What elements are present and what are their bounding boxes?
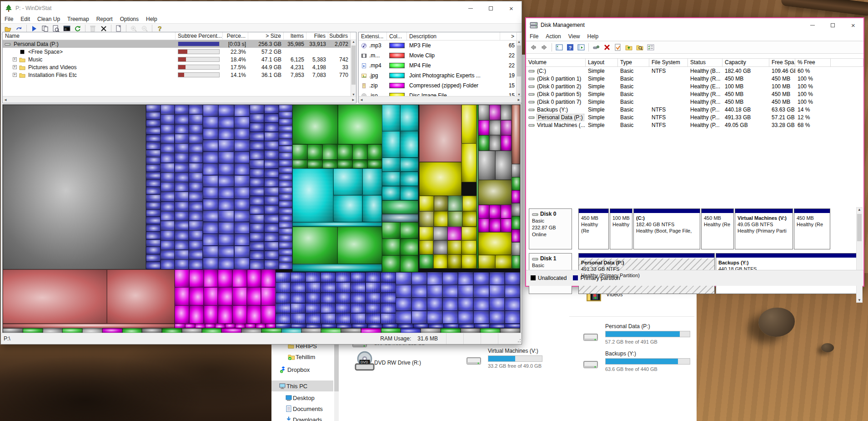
ext-col-item[interactable]: > — [500, 32, 517, 40]
partition[interactable]: 100 MBHealthy — [610, 208, 632, 249]
dm-col-status[interactable]: Status — [688, 59, 722, 66]
partition-c[interactable]: (C:)182.40 GB NTFSHealthy (Boot, Page Fi… — [633, 208, 700, 249]
directory-row[interactable]: Personal Data (P:)[0:03 s]256.3 GB35,985… — [3, 40, 356, 48]
dm-volume-row[interactable]: Backups (Y:)SimpleBasicNTFSHealthy (P...… — [526, 106, 863, 113]
dm-col-free[interactable]: % Free — [795, 59, 831, 66]
windirstat-titlebar[interactable]: P: - WinDirStat × — [1, 1, 522, 15]
minimize-button[interactable] — [460, 1, 481, 15]
dm-col-layout[interactable]: Layout — [586, 59, 618, 66]
windirstat-menu-report[interactable]: Report — [93, 15, 116, 23]
dir-col-subdirs[interactable]: Subdirs — [328, 32, 351, 40]
dm-minimize-button[interactable] — [802, 18, 823, 32]
sidebar-item-tehillim[interactable]: Tehillim — [271, 351, 333, 362]
extension-vscrollbar[interactable]: ▲▼ — [516, 40, 522, 96]
extension-row[interactable]: .mp4MP4 File22 — [359, 61, 522, 71]
dir-col-files[interactable]: Files — [306, 32, 328, 40]
diskmgmt-menu-file[interactable]: File — [526, 32, 542, 41]
windirstat-menu-edit[interactable]: Edit — [17, 15, 34, 23]
panel-tree-button[interactable] — [554, 42, 565, 52]
partition[interactable]: 450 MBHealthy (Re — [794, 208, 830, 249]
vm-drive-icon[interactable] — [463, 354, 485, 369]
y-drive-label[interactable]: Backups (Y:) — [605, 350, 636, 357]
sidebar-item-this-pc[interactable]: This PC — [271, 380, 333, 391]
expander-icon[interactable]: + — [13, 57, 17, 61]
dm-volume-row[interactable]: (C:)SimpleBasicNTFSHealthy (B...182.40 G… — [526, 67, 863, 75]
extension-row[interactable]: .jpgJoint Photographic Experts ...19 — [359, 71, 522, 81]
extension-row[interactable]: .zipCompressed (zipped) Folder15 — [359, 81, 522, 91]
panel-play-button[interactable] — [576, 42, 587, 52]
dir-col-items[interactable]: Items — [284, 32, 306, 40]
resize-grip[interactable] — [515, 333, 522, 344]
dm-col-capacity[interactable]: Capacity — [722, 59, 769, 66]
expander-icon[interactable]: + — [13, 65, 17, 69]
dir-col-size[interactable]: > Size — [248, 32, 284, 40]
dm-volume-row[interactable]: Virtual Machines (...SimpleBasicNTFSHeal… — [526, 121, 863, 129]
dm-col-volume[interactable]: Volume — [526, 59, 586, 66]
sidebar-item-documents[interactable]: Documents — [271, 403, 333, 414]
device-button[interactable] — [591, 42, 602, 52]
vm-drive-label[interactable]: Virtual Machines (V:) — [488, 348, 538, 354]
dm-volume-row[interactable]: (Disk 0 partition 2)SimpleBasicHealthy (… — [526, 82, 863, 90]
disk-area-scrollbar[interactable]: ▲▼ — [856, 207, 863, 303]
dm-maximize-button[interactable] — [823, 18, 843, 32]
directory-vscrollbar[interactable]: ▲▼ — [351, 40, 356, 96]
checklist-button[interactable] — [645, 42, 656, 52]
expander-icon[interactable]: + — [13, 73, 17, 77]
check-doc-button[interactable] — [612, 42, 623, 52]
extension-hscrollbar[interactable]: ◄► — [359, 96, 522, 103]
dm-volume-row[interactable]: (Disk 0 partition 1)SimpleBasicHealthy (… — [526, 75, 863, 82]
partition[interactable]: 450 MBHealthy (Re — [578, 208, 609, 249]
dm-volume-row[interactable]: Personal Data (P:)SimpleBasicNTFSHealthy… — [526, 113, 863, 121]
directory-row[interactable]: +Installation Files Etc14.1%36.1 GB7,853… — [3, 71, 356, 79]
dir-col-name[interactable]: Name — [3, 32, 176, 40]
ext-col-col[interactable]: Col... — [387, 32, 407, 40]
forward-button[interactable] — [539, 42, 550, 52]
dvd-drive-label[interactable]: DVD RW Drive (R:) — [374, 360, 421, 366]
dm-volume-row[interactable]: (Disk 0 partition 5)SimpleBasicHealthy (… — [526, 90, 863, 98]
dm-col-free-spa[interactable]: Free Spa... — [769, 59, 795, 66]
disk-management-titlebar[interactable]: Disk Management × — [526, 18, 863, 32]
ext-col-description[interactable]: Description — [407, 32, 500, 40]
sidebar-item-desktop[interactable]: Desktop — [271, 392, 333, 403]
windirstat-menu-options[interactable]: Options — [116, 15, 142, 23]
dm-col-file-system[interactable]: File System — [649, 59, 688, 66]
directory-row[interactable]: <Free Space>22.3%57.2 GB — [3, 48, 356, 56]
windirstat-menu-clean-up[interactable]: Clean Up — [34, 15, 64, 23]
dvd-drive-icon[interactable]: DVD — [353, 351, 376, 372]
maximize-button[interactable] — [481, 1, 501, 15]
p-drive-icon[interactable] — [580, 330, 602, 345]
y-drive-icon[interactable] — [580, 358, 602, 372]
partition-personal-data-p[interactable]: Personal Data (P:)491.33 GB NTFSHealthy … — [578, 253, 715, 294]
directory-row[interactable]: +Pictures and Videos17.5%44.9 GB4,2314,1… — [3, 63, 356, 71]
help-blue-button[interactable]: ? — [565, 42, 576, 52]
directory-hscrollbar[interactable]: ◄► — [3, 96, 356, 103]
disk-label-disk-0[interactable]: Disk 0Basic232.87 GBOnline — [529, 208, 572, 249]
dm-close-button[interactable]: × — [843, 18, 863, 32]
diskmgmt-menu-view[interactable]: View — [565, 32, 584, 41]
dm-col-blank[interactable] — [831, 59, 863, 66]
folder-find-button[interactable] — [634, 42, 645, 52]
directory-row[interactable]: +Music18.4%47.1 GB6,1255,383742 — [3, 56, 356, 63]
dm-col-type[interactable]: Type — [618, 59, 649, 66]
p-drive-label[interactable]: Personal Data (P:) — [605, 323, 650, 330]
extension-row[interactable]: .mp3MP3 File65 — [359, 41, 522, 51]
delete-red-button[interactable] — [602, 42, 612, 52]
windirstat-menu-treemap[interactable]: Treemap — [64, 15, 93, 23]
dir-col-perce[interactable]: Perce... — [223, 32, 248, 40]
extension-row[interactable]: .m...Movie Clip22 — [359, 51, 522, 61]
windirstat-menu-file[interactable]: File — [1, 15, 17, 23]
dir-col-subtree-percent[interactable]: Subtree Percent... — [176, 32, 223, 40]
sidebar-item-downloads[interactable]: Downloads — [271, 414, 333, 421]
close-button[interactable]: × — [501, 1, 522, 15]
windirstat-menu-help[interactable]: Help — [142, 15, 161, 23]
folder-up-button[interactable] — [623, 42, 634, 52]
partition-virtual-machines-v[interactable]: Virtual Machines (V:)49.05 GB NTFSHealth… — [735, 208, 793, 249]
diskmgmt-menu-help[interactable]: Help — [584, 32, 602, 41]
diskmgmt-menu-action[interactable]: Action — [542, 32, 564, 41]
back-button[interactable] — [528, 42, 539, 52]
dm-volume-row[interactable]: (Disk 0 partition 7)SimpleBasicHealthy (… — [526, 98, 863, 106]
ext-col-extensi[interactable]: Extensi... — [359, 32, 387, 40]
partition[interactable]: 450 MBHealthy (Re — [701, 208, 734, 249]
treemap[interactable] — [2, 104, 521, 334]
sidebar-item-dropbox[interactable]: Dropbox — [271, 364, 333, 375]
